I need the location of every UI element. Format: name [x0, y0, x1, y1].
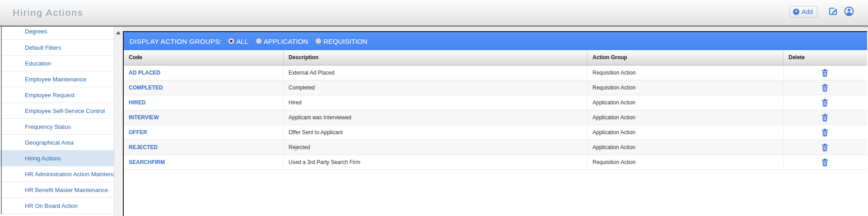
- sidebar-item[interactable]: Frequency Status: [0, 119, 114, 135]
- trash-icon[interactable]: [821, 84, 828, 92]
- plus-circle-icon: +: [793, 9, 799, 15]
- trash-icon[interactable]: [821, 144, 828, 151]
- delete-cell: [783, 66, 866, 80]
- description-cell: Offer Sent to Applicant: [283, 125, 587, 140]
- code-link[interactable]: SEARCHFIRM: [124, 155, 283, 169]
- code-link[interactable]: HIRED: [124, 95, 283, 110]
- radio-option-label: ALL: [236, 38, 248, 45]
- action-group-cell: Requisition Action: [587, 80, 783, 95]
- action-group-cell: Requisition Action: [587, 155, 783, 169]
- table-row: OFFEROffer Sent to ApplicantApplication …: [124, 125, 867, 140]
- sidebar-item[interactable]: Employee Request: [0, 87, 114, 103]
- filter-bar: DISPLAY ACTION GROUPS: ALLAPPLICATIONREQ…: [124, 32, 867, 50]
- radio-option[interactable]: ALL: [229, 38, 248, 45]
- table-row: AD PLACEDExternal Ad PlacedRequisition A…: [124, 66, 867, 80]
- main-panel: DISPLAY ACTION GROUPS: ALLAPPLICATIONREQ…: [123, 31, 867, 216]
- code-link[interactable]: AD PLACED: [124, 66, 283, 80]
- sidebar-scrollbar[interactable]: [114, 27, 123, 216]
- radio-option-label: APPLICATION: [264, 38, 308, 45]
- action-group-cell: Requisition Action: [587, 66, 783, 80]
- trash-icon[interactable]: [821, 114, 828, 122]
- radio-option-label: REQUISITION: [323, 38, 368, 45]
- app-header: Hiring Actions + Add: [0, 0, 868, 25]
- description-cell: Applicant was Interviewed: [283, 110, 587, 125]
- action-group-cell: Application Action: [587, 95, 783, 110]
- description-cell: Rejected: [283, 140, 587, 155]
- trash-icon[interactable]: [821, 159, 828, 166]
- code-link[interactable]: REJECTED: [124, 140, 283, 155]
- table-body: AD PLACEDExternal Ad PlacedRequisition A…: [124, 66, 867, 170]
- sidebar: DegreesDefault FiltersEducationEmployee …: [0, 27, 114, 214]
- table-row: SEARCHFIRMUsed a 3rd Party Search FirmRe…: [124, 155, 867, 170]
- delete-cell: [783, 140, 866, 155]
- delete-cell: [783, 95, 866, 110]
- column-header-delete: Delete: [783, 50, 866, 65]
- panel-top-gap: [123, 27, 868, 31]
- code-link[interactable]: OFFER: [124, 125, 283, 140]
- sidebar-item[interactable]: HR Administration Action Maintena: [0, 166, 114, 182]
- sidebar-item[interactable]: Education: [0, 56, 114, 71]
- description-cell: Used a 3rd Party Search Firm: [283, 155, 587, 169]
- description-cell: Hired: [283, 95, 587, 110]
- trash-icon[interactable]: [821, 129, 828, 136]
- radio-selected-icon[interactable]: [229, 38, 234, 44]
- column-header-code: Code: [124, 50, 283, 65]
- table-row: HIREDHiredApplication Action: [124, 95, 867, 110]
- radio-unselected-icon[interactable]: [316, 38, 321, 44]
- action-group-cell: Application Action: [587, 140, 783, 155]
- user-icon[interactable]: [844, 6, 854, 18]
- add-button[interactable]: + Add: [789, 6, 817, 18]
- table-row: COMPLETEDCompletedRequisition Action: [124, 80, 867, 95]
- action-group-cell: Application Action: [587, 125, 783, 140]
- column-header-description: Description: [283, 50, 587, 65]
- table-row: REJECTEDRejectedApplication Action: [124, 140, 867, 155]
- column-header-action-group: Action Group: [587, 50, 783, 65]
- delete-cell: [783, 80, 866, 95]
- action-group-radios: ALLAPPLICATIONREQUISITION: [229, 38, 375, 45]
- sidebar-item[interactable]: HR Benefit Master Maintenance: [0, 182, 114, 198]
- sidebar-item[interactable]: Default Filters: [0, 40, 114, 56]
- table-row: INTERVIEWApplicant was InterviewedApplic…: [124, 110, 867, 125]
- delete-cell: [783, 110, 866, 125]
- radio-option[interactable]: REQUISITION: [316, 38, 368, 45]
- edit-icon[interactable]: [828, 6, 839, 19]
- table-header-row: Code Description Action Group Delete: [124, 50, 867, 66]
- sidebar-item[interactable]: Employee Maintenance: [0, 71, 114, 87]
- code-link[interactable]: INTERVIEW: [124, 110, 283, 125]
- radio-option[interactable]: APPLICATION: [256, 38, 308, 45]
- sidebar-item[interactable]: HR On Board Action: [0, 198, 114, 214]
- filter-bar-label: DISPLAY ACTION GROUPS:: [130, 38, 222, 45]
- sidebar-item[interactable]: Hiring Actions: [0, 150, 114, 166]
- page-title: Hiring Actions: [13, 7, 83, 18]
- sidebar-item[interactable]: Geographical Area: [0, 135, 114, 150]
- add-button-label: Add: [802, 8, 813, 15]
- trash-icon[interactable]: [821, 69, 828, 77]
- trash-icon[interactable]: [821, 99, 828, 107]
- radio-unselected-icon[interactable]: [256, 38, 261, 44]
- sidebar-item[interactable]: Employee Self-Service Control: [0, 103, 114, 119]
- delete-cell: [783, 125, 866, 140]
- description-cell: External Ad Placed: [283, 66, 587, 80]
- code-link[interactable]: COMPLETED: [124, 80, 283, 95]
- sidebar-item[interactable]: Degrees: [0, 27, 114, 40]
- scroll-up-icon[interactable]: [116, 31, 121, 34]
- action-group-cell: Application Action: [587, 110, 783, 125]
- sidebar-left-border: [1, 27, 2, 214]
- description-cell: Completed: [283, 80, 587, 95]
- delete-cell: [783, 155, 866, 169]
